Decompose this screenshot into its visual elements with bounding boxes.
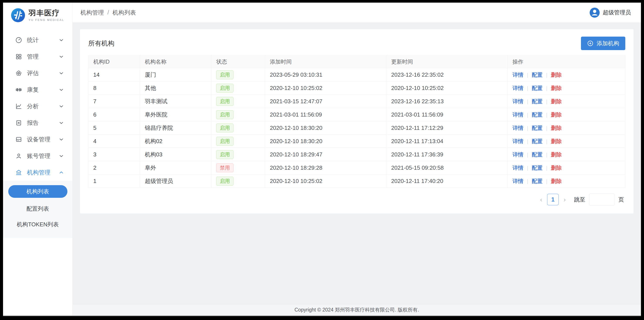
action-detail-link[interactable]: 详情 [512, 125, 523, 131]
sidebar-item-3[interactable]: 评估 [3, 65, 72, 81]
action-detail-link[interactable]: 详情 [512, 138, 523, 144]
cell-org-id: 6 [88, 108, 140, 121]
action-delete-link[interactable]: 删除 [551, 98, 562, 104]
action-detail-link[interactable]: 详情 [512, 178, 523, 184]
action-config-link[interactable]: 配置 [532, 98, 542, 104]
cell-added-time: 2023-05-29 03:10:31 [265, 68, 386, 81]
action-config-link[interactable]: 配置 [532, 165, 542, 171]
status-badge: 启用 [216, 137, 234, 146]
cell-org-name: 超级管理员 [140, 175, 211, 188]
action-delete-link[interactable]: 删除 [551, 178, 562, 184]
action-delete-link[interactable]: 删除 [551, 138, 562, 144]
col-updated: 更新时间 [386, 56, 508, 68]
action-detail-link[interactable]: 详情 [512, 111, 523, 118]
action-config-link[interactable]: 配置 [532, 125, 542, 131]
cell-org-id: 14 [88, 68, 140, 81]
brand-logo-icon [11, 8, 25, 22]
sidebar-item-label: 分析 [27, 102, 58, 110]
status-badge: 启用 [216, 97, 234, 106]
action-config-link[interactable]: 配置 [532, 151, 542, 157]
action-detail-link[interactable]: 详情 [512, 98, 523, 104]
user-avatar-icon [590, 8, 600, 18]
table-header-row: 机构ID 机构名称 状态 添加时间 更新时间 操作 [88, 56, 625, 68]
cell-added-time: 2020-12-10 18:29:28 [265, 161, 386, 175]
action-config-link[interactable]: 配置 [532, 72, 542, 78]
table-row: 2阜外禁用2020-12-10 18:29:282021-05-15 09:20… [88, 161, 625, 175]
action-delete-link[interactable]: 删除 [551, 111, 562, 118]
action-delete-link[interactable]: 删除 [551, 151, 562, 157]
breadcrumb-item-current: 机构列表 [112, 9, 136, 17]
cell-org-id: 7 [88, 95, 140, 108]
action-delete-link[interactable]: 删除 [551, 125, 562, 131]
app-window: 羽丰医疗 YU FENG MEDICAL 统计管理评估康复分析报告设备管理账号管… [0, 0, 644, 320]
action-detail-link[interactable]: 详情 [512, 151, 523, 157]
cell-updated-time: 2020-12-10 10:25:02 [386, 81, 508, 95]
chevron-up-icon [58, 170, 64, 175]
sidebar-item-9[interactable]: 机构管理 [3, 164, 72, 181]
status-badge: 启用 [216, 84, 234, 93]
cell-org-id: 3 [88, 148, 140, 161]
add-organization-button[interactable]: 添加机构 [581, 37, 625, 50]
action-separator: | [527, 98, 528, 104]
action-detail-link[interactable]: 详情 [512, 165, 523, 171]
cell-actions: 详情|配置|删除 [508, 175, 625, 188]
table-row: 1超级管理员启用2020-12-10 10:25:022020-12-11 17… [88, 175, 625, 188]
submenu-item-3[interactable]: 机构TOKEN列表 [3, 217, 72, 232]
action-separator: | [527, 152, 528, 157]
sidebar-item-1[interactable]: 统计 [3, 32, 72, 48]
breadcrumb-item-root[interactable]: 机构管理 [80, 9, 104, 17]
cell-actions: 详情|配置|删除 [508, 161, 625, 175]
sidebar-nav: 统计管理评估康复分析报告设备管理账号管理机构管理 [3, 32, 72, 181]
user-name: 超级管理员 [603, 9, 631, 16]
sidebar-item-4[interactable]: 康复 [3, 81, 72, 98]
action-delete-link[interactable]: 删除 [551, 85, 562, 91]
cell-updated-time: 2020-12-11 17:40:20 [386, 175, 508, 188]
cell-actions: 详情|配置|删除 [508, 121, 625, 135]
cell-org-id: 8 [88, 81, 140, 95]
cell-org-name: 机构02 [140, 135, 211, 148]
page-content: 所有机构 添加机构 机构ID [72, 23, 641, 304]
submenu-item-2[interactable]: 配置列表 [3, 201, 72, 217]
submenu-item-1[interactable]: 机构列表 [8, 185, 68, 198]
user-menu[interactable]: 超级管理员 [590, 8, 631, 18]
action-config-link[interactable]: 配置 [532, 178, 542, 184]
table-row: 6阜外医院启用2021-03-01 11:56:092021-03-01 11:… [88, 108, 625, 121]
page-jump-input[interactable] [589, 194, 614, 206]
action-separator: | [546, 85, 547, 91]
cell-actions: 详情|配置|删除 [508, 135, 625, 148]
action-config-link[interactable]: 配置 [532, 138, 542, 144]
sidebar-item-8[interactable]: 账号管理 [3, 148, 72, 164]
next-page-button[interactable]: › [563, 196, 566, 203]
action-detail-link[interactable]: 详情 [512, 72, 523, 78]
action-separator: | [527, 125, 528, 131]
sidebar-item-5[interactable]: 分析 [3, 98, 72, 115]
prev-page-button[interactable]: ‹ [539, 196, 543, 203]
brand-name: 羽丰医疗 [28, 9, 64, 17]
cell-actions: 详情|配置|删除 [508, 81, 625, 95]
action-delete-link[interactable]: 删除 [551, 72, 562, 78]
cell-org-name: 厦门 [140, 68, 211, 81]
chevron-down-icon [58, 153, 64, 159]
cell-updated-time: 2023-12-16 22:35:13 [386, 95, 508, 108]
table-row: 7羽丰测试启用2021-03-15 12:47:072023-12-16 22:… [88, 95, 625, 108]
page-number-button[interactable]: 1 [547, 194, 559, 205]
sidebar-item-label: 设备管理 [27, 135, 58, 143]
col-added: 添加时间 [265, 56, 386, 68]
sidebar-item-6[interactable]: 报告 [3, 115, 72, 131]
action-detail-link[interactable]: 详情 [512, 85, 523, 91]
chevron-down-icon [58, 87, 64, 93]
grid-icon [15, 53, 22, 60]
sidebar: 羽丰医疗 YU FENG MEDICAL 统计管理评估康复分析报告设备管理账号管… [3, 3, 72, 315]
table-row: 5锦昌疗养院启用2020-12-10 18:30:202020-12-11 17… [88, 121, 625, 135]
cell-org-id: 4 [88, 135, 140, 148]
sidebar-item-7[interactable]: 设备管理 [3, 131, 72, 148]
action-delete-link[interactable]: 删除 [551, 165, 562, 171]
cell-added-time: 2021-03-01 11:56:09 [265, 108, 386, 121]
chevron-down-icon [58, 37, 64, 43]
table-row: 14厦门启用2023-05-29 03:10:312023-12-16 22:3… [88, 68, 625, 81]
sidebar-item-label: 报告 [27, 119, 58, 127]
action-config-link[interactable]: 配置 [532, 85, 542, 91]
action-config-link[interactable]: 配置 [532, 111, 542, 118]
sidebar-item-2[interactable]: 管理 [3, 48, 72, 65]
cell-updated-time: 2020-12-11 17:12:29 [386, 121, 508, 135]
